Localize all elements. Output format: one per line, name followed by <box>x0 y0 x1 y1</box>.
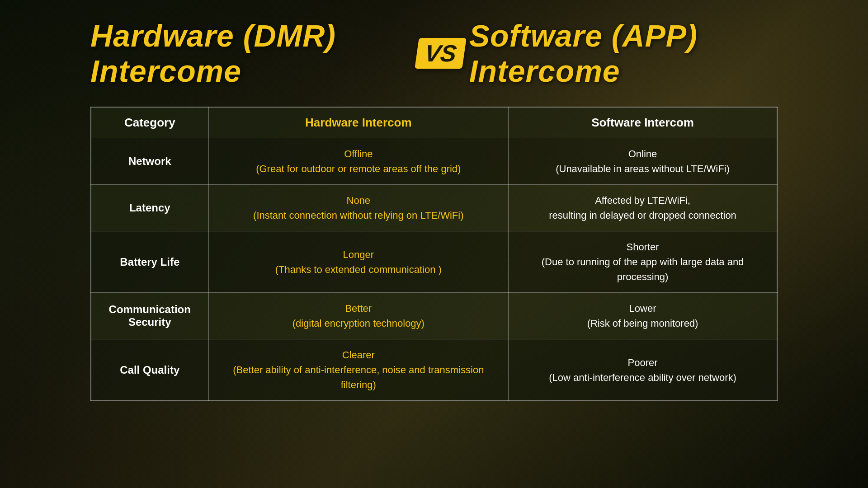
table-row: Communication SecurityBetter (digital en… <box>91 293 777 339</box>
category-cell: Latency <box>91 185 208 231</box>
hardware-cell: Clearer (Better ability of anti-interfer… <box>208 339 509 401</box>
vs-badge: VS <box>415 38 467 69</box>
hardware-cell: Longer (Thanks to extended communication… <box>208 231 509 293</box>
table-row: NetworkOffline (Great for outdoor or rem… <box>91 138 777 185</box>
header-category: Category <box>91 107 208 138</box>
hardware-cell: None (Instant connection without relying… <box>208 185 509 231</box>
title-row: Hardware (DMR) Intercome VS Software (AP… <box>90 18 778 89</box>
category-cell: Communication Security <box>91 293 208 339</box>
table-row: Battery LifeLonger (Thanks to extended c… <box>91 231 777 293</box>
comparison-table: Category Hardware Intercom Software Inte… <box>90 107 778 401</box>
hardware-cell: Better (digital encryption technology) <box>208 293 509 339</box>
table-header-row: Category Hardware Intercom Software Inte… <box>91 107 777 138</box>
category-cell: Call Quality <box>91 339 208 401</box>
software-cell: Affected by LTE/WiFi, resulting in delay… <box>509 185 777 231</box>
header-software: Software Intercom <box>509 107 777 138</box>
software-cell: Lower (Risk of being monitored) <box>509 293 777 339</box>
software-cell: Online (Unavailable in areas without LTE… <box>509 138 777 185</box>
category-cell: Battery Life <box>91 231 208 293</box>
title-part1: Hardware (DMR) Intercome <box>90 18 412 89</box>
category-cell: Network <box>91 138 208 185</box>
software-cell: Shorter (Due to running of the app with … <box>509 231 777 293</box>
table-row: LatencyNone (Instant connection without … <box>91 185 777 231</box>
header-hardware: Hardware Intercom <box>208 107 509 138</box>
title-part2: Software (APP) Intercome <box>469 18 778 89</box>
main-content: Hardware (DMR) Intercome VS Software (AP… <box>0 0 868 488</box>
table-row: Call QualityClearer (Better ability of a… <box>91 339 777 401</box>
hardware-cell: Offline (Great for outdoor or remote are… <box>208 138 509 185</box>
software-cell: Poorer (Low anti-interference ability ov… <box>509 339 777 401</box>
